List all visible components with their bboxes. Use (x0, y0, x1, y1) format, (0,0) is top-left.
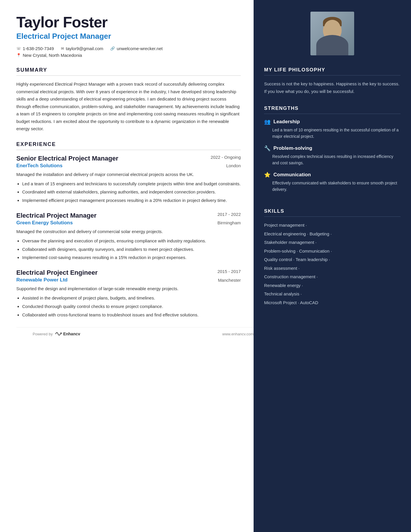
strength-problem-solving: 🔧 Problem-solving Resolved complex techn… (264, 145, 401, 166)
exp-description-1: Managed the installation and delivery of… (16, 171, 241, 178)
communication-icon: ⭐ (264, 172, 271, 178)
phone-icon: ☏ (16, 46, 21, 51)
strength-communication-header: ⭐ Communication (264, 172, 401, 178)
exp-bullets-1: Led a team of 15 engineers and technicia… (16, 180, 241, 204)
exp-entry-3: Electrical Project Engineer 2015 - 2017 … (16, 269, 241, 318)
strength-communication-title: Communication (273, 172, 311, 178)
exp-bullets-2: Oversaw the planning and execution of pr… (16, 237, 241, 261)
exp-location-1: London (226, 163, 241, 168)
bullet-1-2: Coordinated with external stakeholders, … (22, 189, 241, 196)
skill-row-8: Renewable energy · (264, 282, 401, 289)
location-icon: 📍 (16, 53, 21, 57)
bullet-1-1: Led a team of 15 engineers and technicia… (22, 180, 241, 188)
bullet-2-2: Collaborated with designers, quantity su… (22, 246, 241, 253)
strength-leadership-desc: Led a team of 10 engineers resulting in … (264, 127, 401, 140)
skills-title: SKILLS (264, 208, 401, 214)
exp-job-title-2: Electrical Project Manager (16, 212, 96, 219)
exp-company-2: Green Energy Solutions (16, 220, 73, 226)
skill-row-7: Construction management · (264, 273, 401, 281)
summary-title: SUMMARY (16, 67, 241, 73)
strength-communication-desc: Effectively communicated with stakeholde… (264, 180, 401, 193)
strengths-title: STRENGTHS (264, 105, 401, 111)
strength-problem-solving-title: Problem-solving (273, 145, 312, 151)
summary-text: Highly experienced Electrical Project Ma… (16, 80, 241, 133)
enhancv-logo: Enhancv (55, 332, 80, 336)
strength-leadership-header: 👥 Leadership (264, 119, 401, 125)
svg-rect-8 (333, 29, 338, 33)
svg-point-4 (323, 20, 342, 41)
exp-dates-3: 2015 - 2017 (217, 269, 241, 274)
svg-rect-7 (326, 29, 331, 33)
exp-company-1: EnerTech Solutions (16, 163, 62, 169)
bullet-3-3: Collaborated with cross-functional teams… (22, 311, 241, 319)
bullet-2-1: Oversaw the planning and execution of pr… (22, 237, 241, 245)
exp-dates-1: 2022 - Ongoing (211, 155, 241, 160)
enhancv-logo-icon (55, 332, 62, 336)
summary-divider (16, 75, 241, 76)
website-contact: 🔗 unwelcome-wrecker.net (110, 46, 163, 51)
header-section: Taylor Foster Electrical Project Manager… (16, 14, 241, 58)
strength-problem-solving-desc: Resolved complex technical issues result… (264, 153, 401, 166)
email-address: taylor9@gmail.com (66, 46, 103, 51)
profile-photo-svg (310, 12, 354, 55)
profile-photo (310, 12, 354, 55)
bullet-3-2: Conducted thorough quality control check… (22, 303, 241, 310)
strength-leadership: 👥 Leadership Led a team of 10 engineers … (264, 119, 401, 140)
footer-website: www.enhancv.com (222, 332, 254, 336)
strength-leadership-title: Leadership (273, 119, 300, 125)
skills-section: SKILLS Project management · Electrical e… (254, 204, 411, 312)
contact-info: ☏ 1-638-250-7349 ✉ taylor9@gmail.com 🔗 u… (16, 46, 241, 51)
exp-description-2: Managed the construction and delivery of… (16, 228, 241, 235)
exp-header-2: Electrical Project Manager 2017 - 2022 (16, 212, 241, 219)
profile-photo-section (254, 0, 411, 62)
exp-subheader-1: EnerTech Solutions London (16, 163, 241, 169)
exp-bullets-3: Assisted in the development of project p… (16, 295, 241, 318)
philosophy-divider (264, 75, 401, 75)
footer-powered: Powered by Enhancv (33, 332, 80, 336)
exp-header-1: Senior Electrical Project Manager 2022 -… (16, 155, 241, 162)
summary-section: SUMMARY Highly experienced Electrical Pr… (16, 67, 241, 133)
exp-company-3: Renewable Power Ltd (16, 277, 68, 283)
philosophy-title: MY LIFE PHILOSOPHY (264, 67, 401, 73)
svg-rect-3 (329, 35, 335, 41)
email-contact: ✉ taylor9@gmail.com (61, 46, 103, 51)
exp-job-title-1: Senior Electrical Project Manager (16, 155, 118, 162)
website-url: unwelcome-wrecker.net (117, 46, 163, 51)
email-icon: ✉ (61, 46, 64, 51)
experience-title: EXPERIENCE (16, 141, 241, 147)
exp-job-title-3: Electrical Project Engineer (16, 269, 98, 276)
web-icon: 🔗 (110, 46, 115, 51)
problem-solving-icon: 🔧 (264, 145, 271, 152)
skill-row-6: Risk assessment · (264, 265, 401, 272)
exp-entry-2: Electrical Project Manager 2017 - 2022 G… (16, 212, 241, 261)
skills-list: Project management · Electrical engineer… (264, 221, 401, 306)
exp-entry-1: Senior Electrical Project Manager 2022 -… (16, 155, 241, 204)
exp-subheader-3: Renewable Power Ltd Manchester (16, 277, 241, 283)
strengths-divider (264, 114, 401, 114)
exp-location-2: Birmingham (217, 220, 241, 225)
bullet-3-1: Assisted in the development of project p… (22, 295, 241, 302)
right-col-footer (254, 517, 411, 532)
strength-problem-solving-header: 🔧 Problem-solving (264, 145, 401, 152)
exp-description-3: Supported the design and implementation … (16, 285, 241, 292)
skills-divider (264, 216, 401, 217)
skill-row-3: Stakeholder management · (264, 239, 401, 246)
phone-contact: ☏ 1-638-250-7349 (16, 46, 54, 51)
brand-name: Enhancv (63, 332, 80, 336)
skill-row-1: Project management · (264, 221, 401, 229)
skill-row-4: Problem-solving · Communication · (264, 247, 401, 255)
footer: Powered by Enhancv www.enhancv.com (16, 327, 270, 340)
skill-row-2: Electrical engineering · Budgeting · (264, 230, 401, 238)
bullet-1-3: Implemented efficient project management… (22, 197, 241, 204)
philosophy-section: MY LIFE PHILOSOPHY Success is not the ke… (254, 62, 411, 101)
right-column: MY LIFE PHILOSOPHY Success is not the ke… (254, 0, 411, 532)
location-contact: 📍 New Crystal, North Macedonia (16, 53, 241, 58)
phone-number: 1-638-250-7349 (23, 46, 54, 51)
leadership-icon: 👥 (264, 119, 271, 125)
strength-communication: ⭐ Communication Effectively communicated… (264, 172, 401, 193)
exp-location-3: Manchester (218, 278, 241, 283)
exp-dates-2: 2017 - 2022 (217, 212, 241, 217)
left-column: Taylor Foster Electrical Project Manager… (0, 0, 254, 532)
skill-row-9: Technical analysis · (264, 290, 401, 298)
bullet-2-3: Implemented cost-saving measures resulti… (22, 254, 241, 261)
